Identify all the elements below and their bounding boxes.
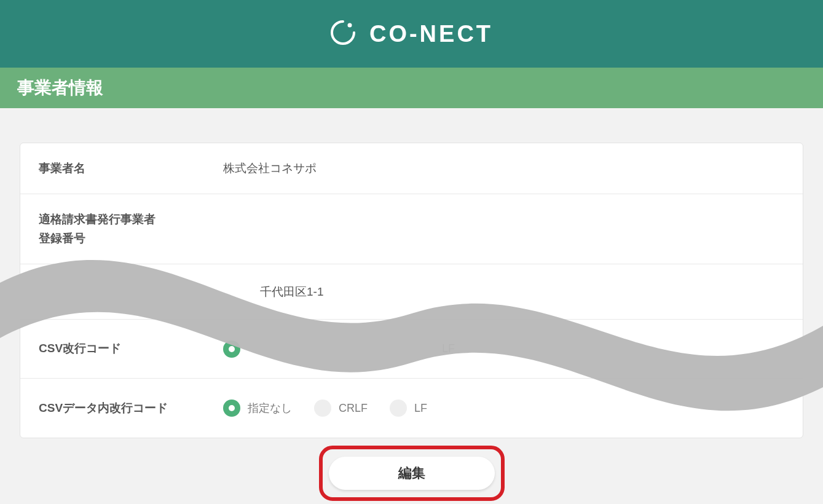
radio-label: LF (442, 342, 455, 355)
radio-csv-data-newline-opt2[interactable]: LF (390, 400, 427, 417)
radio-label: CRLF (339, 402, 368, 415)
radio-icon (223, 400, 240, 417)
value-company-name: 株式会社コネサポ (223, 160, 784, 176)
row-csv-data-newline: CSVデータ内改行コード 指定なし CRLF LF (20, 379, 803, 438)
radio-icon (223, 341, 240, 358)
radio-csv-newline-opt0[interactable] (223, 341, 248, 358)
row-company-name: 事業者名 株式会社コネサポ (20, 143, 803, 194)
label-company-name: 事業者名 (39, 159, 223, 178)
logo-mark-icon (330, 20, 356, 48)
company-info-card: 事業者名 株式会社コネサポ 適格請求書発行事業者 登録番号 千代田区1-1 CS… (20, 143, 803, 438)
row-csv-newline: CSV改行コード LF (20, 320, 803, 379)
label-csv-newline: CSV改行コード (39, 339, 223, 358)
page-header: 事業者情報 (0, 68, 823, 108)
radio-icon (314, 400, 331, 417)
radio-csv-data-newline-opt0[interactable]: 指定なし (223, 400, 292, 417)
row-invoice-number: 適格請求書発行事業者 登録番号 (20, 194, 803, 264)
brand-name: CO-NECT (369, 21, 493, 47)
label-csv-data-newline: CSVデータ内改行コード (39, 399, 223, 417)
brand-header: CO-NECT (0, 0, 823, 68)
svg-point-0 (347, 23, 352, 28)
radio-label: 指定なし (248, 401, 292, 415)
value-address: 千代田区1-1 (223, 284, 784, 300)
brand-logo: CO-NECT (330, 20, 493, 48)
radio-icon (390, 400, 407, 417)
radio-label: LF (414, 402, 427, 415)
edit-button[interactable]: 編集 (329, 457, 495, 490)
page-title: 事業者情報 (17, 76, 103, 100)
edit-highlight-frame: 編集 (319, 446, 505, 501)
label-invoice-number: 適格請求書発行事業者 登録番号 (39, 210, 223, 248)
radio-csv-newline-opt1[interactable]: LF (417, 341, 455, 358)
row-address: 千代田区1-1 (20, 264, 803, 320)
radio-csv-data-newline-opt1[interactable]: CRLF (314, 400, 368, 417)
radio-icon (417, 341, 435, 358)
